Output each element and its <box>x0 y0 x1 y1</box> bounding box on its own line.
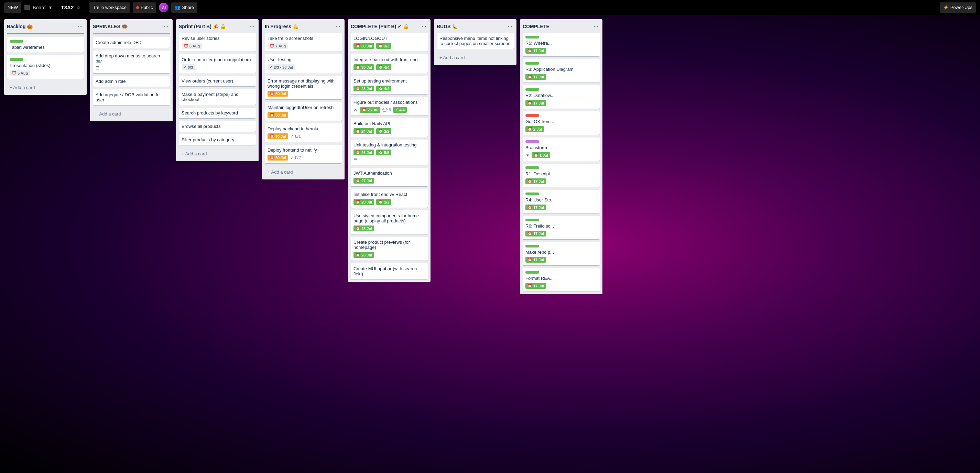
card-title: R4: User Sto... <box>525 197 597 202</box>
card-deploy-frontend[interactable]: Deploy frontend to netlify⏰ 30 Jul✓ 0/2 <box>265 145 342 163</box>
card-r5-wireframes[interactable]: R5: Wirefra...⏰ 17 Jul <box>523 33 600 56</box>
card-r2-dataflow[interactable]: R2: Dataflow...⏰ 17 Jul <box>523 85 600 109</box>
card-search-products[interactable]: Search products by keyword <box>179 108 256 118</box>
card-badge: ⏰ 17 Jul <box>525 74 546 80</box>
card-responsive-menu[interactable]: Responsive menu items not linking to cor… <box>437 33 514 49</box>
card-meta: ☰ <box>353 157 425 162</box>
workspace-label: Trello workspace <box>93 5 127 10</box>
card-styled-components[interactable]: Use styled components for home page (dis… <box>351 210 428 234</box>
card-presentation-slides[interactable]: Presentation (slides)⏰ 5 Aug <box>7 56 84 79</box>
card-create-mui-appbar[interactable]: Create MUI appbar (with search field) <box>351 263 428 279</box>
clock-icon: ⏰ <box>378 129 383 133</box>
column-bar-backlog <box>7 33 84 34</box>
column-menu-sprinkles[interactable]: ··· <box>163 23 170 30</box>
column-menu-bugs[interactable]: ··· <box>506 23 514 30</box>
card-error-message[interactable]: Error message not displaying with wrong … <box>265 76 342 99</box>
card-add-dropdown-menus[interactable]: Add drop down menus to search bar☰ <box>93 51 170 73</box>
card-add-admin-role[interactable]: Add admin role <box>93 76 170 87</box>
column-complete-right: COMPLETE···R5: Wirefra...⏰ 17 JulR3: App… <box>520 19 603 294</box>
card-browse-products[interactable]: Browse all products <box>179 121 256 132</box>
column-title-sprinkles: SPRINKLES 🍩 <box>93 24 127 29</box>
column-title-complete-b: COMPLETE (Part B) ✓ 🔒 <box>351 24 409 29</box>
card-meta-item: ⏰ 5 Aug <box>10 70 30 76</box>
avatar[interactable]: AI <box>159 3 169 13</box>
workspace-button[interactable]: Trello workspace <box>89 2 130 13</box>
card-user-testing[interactable]: User testing✓ 2/3 • 30 Jul <box>265 54 342 73</box>
card-meta: ⏰ 30 Jul⏰ 3/3 <box>353 43 425 49</box>
card-r6-trello[interactable]: R6: Trello sc...⏰ 17 Jul <box>523 216 600 239</box>
card-init-frontend[interactable]: Initialise front end w/ React⏰ 28 Jul⏰ 2… <box>351 189 428 208</box>
board-label: Board <box>33 5 45 10</box>
card-meta: ⏰ 27 Jul <box>353 178 425 184</box>
eye-icon: 👁 <box>353 108 358 113</box>
card-deploy-backend[interactable]: Deploy backend to heroku⏰ 30 Jul✓ 0/1 <box>265 124 342 142</box>
add-card-btn-sprint-b[interactable]: + Add a card <box>179 149 256 159</box>
card-maintain-logged-in[interactable]: Maintain loggedInUser on refresh⏰ 30 Jul <box>265 102 342 121</box>
card-title: Search products by keyword <box>181 110 253 116</box>
add-card-btn-sprinkles[interactable]: + Add a card <box>93 109 170 119</box>
card-checklist: ✓ 0/2 <box>290 156 301 160</box>
add-card-btn-bugs[interactable]: + Add a card <box>437 53 514 62</box>
card-title: Add drop down menus to search bar <box>95 53 167 63</box>
power-ups-button[interactable]: ⚡ Power-Ups <box>940 2 976 13</box>
card-revise-user-stories[interactable]: Revise user stories⏰ 6 Aug <box>179 33 256 52</box>
clock-icon: ⏰ <box>528 75 532 79</box>
clock-icon: ⏰ <box>270 44 274 48</box>
card-login-logout[interactable]: LOGIN/LOGOUT⏰ 30 Jul⏰ 3/3 <box>351 33 428 52</box>
card-figure-out-models[interactable]: Figure out models / associations👁⏰ 25 Ju… <box>351 97 428 116</box>
card-filter-products[interactable]: Filter products by category <box>179 134 256 145</box>
column-menu-backlog[interactable]: ··· <box>77 23 84 30</box>
card-check-badge: ✓ 4/4 <box>393 107 406 113</box>
new-button[interactable]: NEW <box>4 2 21 13</box>
star-icon[interactable]: ☆ <box>76 5 81 10</box>
column-cards-sprinkles: Create admin role DFDAdd drop down menus… <box>90 37 173 108</box>
card-take-screenshots[interactable]: Take trello screenshots⏰ 7 Aug <box>265 33 342 52</box>
column-menu-complete-right[interactable]: ··· <box>592 23 600 30</box>
card-tablet-wireframes[interactable]: Tablet wireframes <box>7 37 84 52</box>
card-badge: ⏰ 28 Jul <box>353 225 374 231</box>
card-title: Order controller (cart manipulation) <box>181 57 253 62</box>
card-label-bar <box>525 271 539 274</box>
column-menu-complete-b[interactable]: ··· <box>420 23 428 30</box>
column-menu-in-progress[interactable]: ··· <box>334 23 342 30</box>
card-badge: ⏰ 30 Jul <box>353 43 374 49</box>
card-meta: ⏰ 26 Jul⏰ 5/5 <box>353 149 425 156</box>
clock-icon: ⏰ <box>356 252 360 257</box>
card-brainstorm[interactable]: Brainstorm ...👁⏰ 1 Jul <box>523 138 600 161</box>
card-set-up-testing[interactable]: Set up testing environment⏰ 23 Jul⏰ 4/4 <box>351 76 428 94</box>
add-card-btn-backlog[interactable]: + Add a card <box>7 83 84 92</box>
card-get-ok-from[interactable]: Get OK from...⏰ 2 Jul <box>523 111 600 135</box>
card-format-rea[interactable]: Format REA...⏰ 17 Jul <box>523 268 600 292</box>
card-label-bar <box>525 88 539 91</box>
card-title: View orders (current user) <box>181 78 253 84</box>
card-badge: ⏰ 17 Jul <box>525 205 546 210</box>
visibility-button[interactable]: Public <box>133 2 156 13</box>
card-title: Format REA... <box>525 276 597 281</box>
clock-icon: ⏰ <box>528 257 532 262</box>
card-make-repo[interactable]: Make repo p...⏰ 17 Jul <box>523 242 600 265</box>
card-unit-testing[interactable]: Unit testing & integration testing⏰ 26 J… <box>351 140 428 165</box>
add-card-btn-in-progress[interactable]: + Add a card <box>265 167 342 177</box>
card-jwt-auth[interactable]: JWT Authentication⏰ 27 Jul <box>351 168 428 186</box>
card-meta: ✓ 0/3 <box>181 64 253 70</box>
card-build-rails-api[interactable]: Build out Rails API⏰ 24 Jul⏰ 2/2 <box>351 118 428 137</box>
column-cards-sprint-b: Revise user stories⏰ 6 AugOrder controll… <box>176 33 259 148</box>
card-title: Take trello screenshots <box>267 36 339 41</box>
card-r1-description[interactable]: R1: Descript...⏰ 17 Jul <box>523 163 600 187</box>
card-make-payment[interactable]: Make a payment (stripe) and checkout <box>179 89 256 105</box>
card-meta: ⏰ 30 Jul⏰ 4/4 <box>353 64 425 70</box>
card-label-bar <box>525 245 539 248</box>
card-r3-application[interactable]: R3: Application Diagram⏰ 17 Jul <box>523 59 600 83</box>
card-order-controller[interactable]: Order controller (cart manipulation)✓ 0/… <box>179 54 256 73</box>
card-create-admin-dfd[interactable]: Create admin role DFD <box>93 37 170 48</box>
card-product-previews[interactable]: Create product previews (for homepage)⏰ … <box>351 237 428 260</box>
card-title: Create admin role DFD <box>95 40 167 45</box>
card-r4-user-stories[interactable]: R4: User Sto...⏰ 17 Jul <box>523 190 600 213</box>
card-add-dob-validation[interactable]: Add agegate / DOB validation for user <box>93 89 170 105</box>
card-badge: ⏰ 17 Jul <box>525 178 546 184</box>
card-badge: ⏰ 3/3 <box>376 43 391 49</box>
share-button[interactable]: 👥 Share <box>171 2 197 13</box>
column-menu-sprint-b[interactable]: ··· <box>248 23 256 30</box>
card-view-orders[interactable]: View orders (current user) <box>179 76 256 86</box>
card-integrate-backend[interactable]: Integrate backend with front-end⏰ 30 Jul… <box>351 54 428 73</box>
